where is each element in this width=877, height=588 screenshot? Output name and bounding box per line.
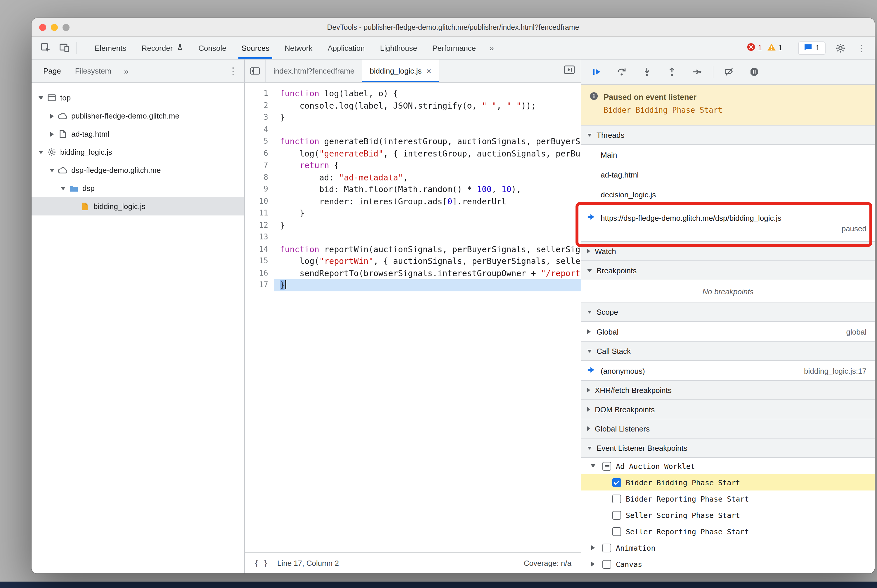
elb-item-bidder-bidding-phase-start[interactable]: Bidder Bidding Phase Start [581,474,875,490]
elb-item-bidder-reporting-phase-start[interactable]: Bidder Reporting Phase Start [581,490,875,507]
zoom-window-button[interactable] [63,24,69,31]
section-header-call-stack[interactable]: Call Stack [581,341,875,361]
line-number[interactable]: 2 [245,99,268,111]
expander-icon[interactable] [59,186,68,190]
code-line[interactable]: function log(label, o) { [280,88,581,99]
line-number[interactable]: 11 [245,207,268,219]
thread-item-decision-logic[interactable]: decision_logic.js [581,184,875,204]
section-header-watch[interactable]: Watch [581,241,875,261]
section-header-scope[interactable]: Scope [581,302,875,322]
editor-tab-bidding-logic[interactable]: bidding_logic.js × [362,60,439,82]
tree-item-dsp-domain[interactable]: dsp-fledge-demo.glitch.me [32,161,244,179]
code-editor[interactable]: 1234567891011121314151617 function log(l… [245,83,581,552]
error-badge[interactable]: 1 [747,43,762,53]
checked-checkbox[interactable] [612,478,621,487]
pause-on-exceptions-icon[interactable] [750,67,759,76]
expander-icon[interactable] [47,132,57,136]
elb-item-seller-scoring-phase-start[interactable]: Seller Scoring Phase Start [581,507,875,523]
tab-application[interactable]: Application [320,37,373,59]
thread-item-main[interactable]: Main [581,145,875,165]
code-line[interactable]: function generateBid(interestGroup, auct… [280,135,581,147]
line-number[interactable]: 13 [245,231,268,243]
line-number[interactable]: 17 [245,279,268,291]
unchecked-checkbox[interactable] [602,543,611,552]
elb-item-seller-reporting-phase-start[interactable]: Seller Reporting Phase Start [581,523,875,540]
inspect-element-icon[interactable] [36,37,55,59]
step-into-icon[interactable] [642,67,651,76]
code-lines[interactable]: function log(label, o) { console.log(lab… [274,88,581,552]
close-window-button[interactable] [39,24,46,31]
elb-group-canvas[interactable]: Canvas [581,556,875,572]
code-line[interactable] [280,231,581,243]
tab-lighthouse[interactable]: Lighthouse [373,37,425,59]
code-line[interactable]: function reportWin(auctionSignals, perBu… [280,243,581,255]
navigator-menu-icon[interactable]: ⋮ [227,65,239,76]
issues-button[interactable]: 1 [798,41,826,55]
code-line[interactable]: } [274,279,581,291]
elb-group-ad-auction-worklet[interactable]: Ad Auction Worklet [581,458,875,474]
expander-icon[interactable] [588,545,598,550]
section-header-global-listeners[interactable]: Global Listeners [581,418,875,438]
code-line[interactable]: } [280,207,581,219]
tree-item-dsp-folder[interactable]: dsp [32,179,244,197]
code-line[interactable]: return { [280,159,581,171]
unchecked-checkbox[interactable] [612,527,621,536]
thread-item-ad-tag[interactable]: ad-tag.html [581,165,875,184]
code-line[interactable]: log("reportWin", { auctionSignals, perBu… [280,255,581,267]
expander-icon[interactable] [588,562,598,566]
tab-network[interactable]: Network [277,37,320,59]
code-line[interactable]: bid: Math.floor(Math.random() * 100, 10)… [280,183,581,195]
line-number[interactable]: 3 [245,111,268,123]
code-line[interactable]: render: interestGroup.ads[0].renderUrl [280,195,581,207]
line-number[interactable]: 12 [245,219,268,231]
line-number[interactable]: 14 [245,243,268,255]
unchecked-checkbox[interactable] [612,494,621,503]
line-number[interactable]: 6 [245,147,268,159]
line-number[interactable]: 9 [245,183,268,195]
step-icon[interactable] [692,67,702,76]
call-stack-frame-row[interactable]: (anonymous) bidding_logic.js:17 [581,361,875,381]
section-header-breakpoints[interactable]: Breakpoints [581,260,875,280]
section-header-xhr-breakpoints[interactable]: XHR/fetch Breakpoints [581,380,875,400]
expander-icon[interactable] [36,150,45,154]
code-line[interactable]: ad: "ad-metadata", [280,171,581,183]
warning-badge[interactable]: 1 [767,43,782,52]
devtools-menu-icon[interactable]: ⋮ [855,42,868,53]
elb-group-animation[interactable]: Animation [581,540,875,556]
expander-icon[interactable] [47,114,57,118]
unchecked-checkbox[interactable] [602,560,611,568]
navigator-toggle-icon[interactable] [245,60,266,82]
line-number[interactable]: 5 [245,135,268,147]
expander-icon[interactable] [587,329,591,334]
tree-item-ad-tag[interactable]: ad-tag.html [32,125,244,143]
unchecked-checkbox[interactable] [612,511,621,519]
pretty-print-icon[interactable]: { } [254,559,268,568]
device-toolbar-icon[interactable] [55,37,74,59]
close-tab-icon[interactable]: × [426,66,432,76]
line-number[interactable]: 10 [245,195,268,207]
line-number[interactable]: 7 [245,159,268,171]
code-line[interactable]: log("generateBid", { interestGroup, auct… [280,147,581,159]
settings-gear-icon[interactable] [831,43,850,53]
tree-item-bidding-logic-worklet[interactable]: bidding_logic.js [32,143,244,161]
thread-item-bidding-logic-paused[interactable]: https://dsp-fledge-demo.glitch.me/dsp/bi… [581,204,875,242]
tab-sources[interactable]: Sources [234,37,277,59]
code-line[interactable]: } [280,111,581,123]
deactivate-breakpoints-icon[interactable] [725,67,734,76]
tree-item-top[interactable]: top [32,89,244,107]
step-over-icon[interactable] [617,67,626,76]
more-panels-chevron[interactable]: » [483,37,500,59]
indeterminate-checkbox[interactable] [602,462,611,470]
section-header-dom-breakpoints[interactable]: DOM Breakpoints [581,399,875,419]
tab-page[interactable]: Page [36,60,68,82]
tab-filesystem[interactable]: Filesystem [68,60,118,82]
line-number[interactable]: 4 [245,123,268,135]
code-line[interactable]: console.log(label, JSON.stringify(o, " "… [280,99,581,111]
editor-tab-index-html[interactable]: index.html?fencedframe [266,60,362,82]
code-line[interactable]: sendReportTo(browserSignals.interestGrou… [280,267,581,279]
tree-item-publisher-domain[interactable]: publisher-fledge-demo.glitch.me [32,107,244,125]
source-navigation-icon[interactable] [564,65,575,76]
minimize-window-button[interactable] [51,24,58,31]
expander-icon[interactable] [588,464,598,468]
step-out-icon[interactable] [667,67,677,76]
